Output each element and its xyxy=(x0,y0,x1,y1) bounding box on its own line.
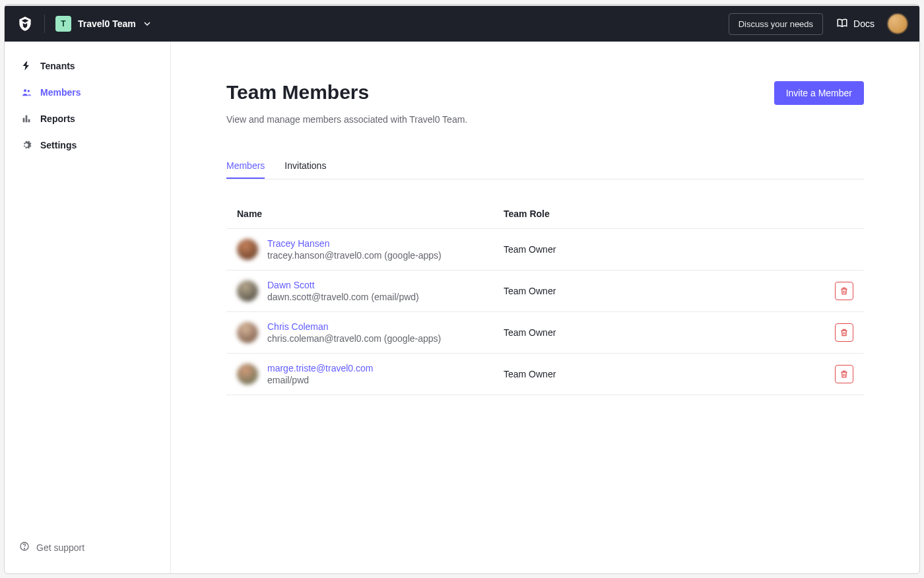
avatar xyxy=(237,322,258,343)
docs-label: Docs xyxy=(853,18,874,29)
svg-rect-4 xyxy=(28,119,30,123)
delete-member-button[interactable] xyxy=(835,365,853,383)
member-role: Team Owner xyxy=(504,244,728,255)
header-divider xyxy=(44,15,45,33)
sidebar-item-label: Settings xyxy=(40,140,77,150)
sidebar: Tenants Members Reports xyxy=(5,42,171,573)
table-row: Chris Colemanchris.coleman@travel0.com (… xyxy=(226,312,864,354)
book-icon xyxy=(836,17,848,31)
member-email: dawn.scott@travel0.com (email/pwd) xyxy=(267,292,419,302)
svg-rect-3 xyxy=(26,115,28,123)
people-icon xyxy=(20,86,32,98)
top-header: T Travel0 Team Discuss your needs Docs xyxy=(5,6,919,42)
page-description: View and manage members associated with … xyxy=(226,114,864,125)
svg-rect-2 xyxy=(23,118,25,123)
table-row: Tracey Hansentracey.hanson@travel0.com (… xyxy=(226,229,864,271)
sidebar-item-reports[interactable]: Reports xyxy=(14,108,161,130)
avatar xyxy=(237,280,258,302)
sidebar-item-members[interactable]: Members xyxy=(14,81,161,104)
member-name-link[interactable]: Chris Coleman xyxy=(267,321,441,332)
tab-members[interactable]: Members xyxy=(226,154,265,179)
sidebar-item-tenants[interactable]: Tenants xyxy=(14,55,161,77)
column-header-name: Name xyxy=(237,209,504,219)
gear-icon xyxy=(20,139,32,151)
page-title: Team Members xyxy=(226,81,369,104)
member-role: Team Owner xyxy=(504,327,728,338)
members-table: Name Team Role Tracey Hansentracey.hanso… xyxy=(226,199,864,395)
member-name-link[interactable]: Tracey Hansen xyxy=(267,238,442,249)
team-icon: T xyxy=(55,16,71,32)
svg-point-0 xyxy=(24,89,26,92)
column-header-role: Team Role xyxy=(504,209,728,219)
member-role: Team Owner xyxy=(504,286,728,296)
tab-invitations[interactable]: Invitations xyxy=(284,154,326,179)
support-label: Get support xyxy=(36,542,84,553)
sidebar-item-settings[interactable]: Settings xyxy=(14,134,161,156)
member-email: email/pwd xyxy=(267,375,373,385)
user-avatar[interactable] xyxy=(888,14,908,34)
svg-point-6 xyxy=(24,548,24,549)
docs-link[interactable]: Docs xyxy=(836,17,874,31)
sidebar-item-label: Reports xyxy=(40,113,75,124)
team-name: Travel0 Team xyxy=(78,18,136,29)
table-row: Dawn Scottdawn.scott@travel0.com (email/… xyxy=(226,271,864,312)
invite-member-button[interactable]: Invite a Member xyxy=(774,81,864,105)
bolt-icon xyxy=(20,60,32,72)
delete-member-button[interactable] xyxy=(835,282,853,300)
main-content: Team Members Invite a Member View and ma… xyxy=(171,42,919,573)
help-icon xyxy=(19,541,30,554)
member-role: Team Owner xyxy=(504,369,728,379)
get-support-link[interactable]: Get support xyxy=(5,534,170,560)
member-email: tracey.hanson@travel0.com (google-apps) xyxy=(267,250,442,261)
discuss-needs-button[interactable]: Discuss your needs xyxy=(729,13,823,35)
avatar xyxy=(237,364,258,385)
member-name-link[interactable]: marge.triste@travel0.com xyxy=(267,363,373,373)
sidebar-item-label: Tenants xyxy=(40,61,75,71)
chart-icon xyxy=(20,113,32,125)
tabs: Members Invitations xyxy=(226,154,864,179)
chevron-down-icon xyxy=(144,18,150,30)
svg-point-1 xyxy=(28,90,30,92)
app-logo-icon xyxy=(16,15,34,32)
table-row: marge.triste@travel0.comemail/pwdTeam Ow… xyxy=(226,354,864,395)
avatar xyxy=(237,239,258,260)
delete-member-button[interactable] xyxy=(835,323,853,342)
team-switcher[interactable]: T Travel0 Team xyxy=(55,16,150,32)
sidebar-item-label: Members xyxy=(40,87,81,98)
member-name-link[interactable]: Dawn Scott xyxy=(267,280,419,290)
member-email: chris.coleman@travel0.com (google-apps) xyxy=(267,333,441,344)
